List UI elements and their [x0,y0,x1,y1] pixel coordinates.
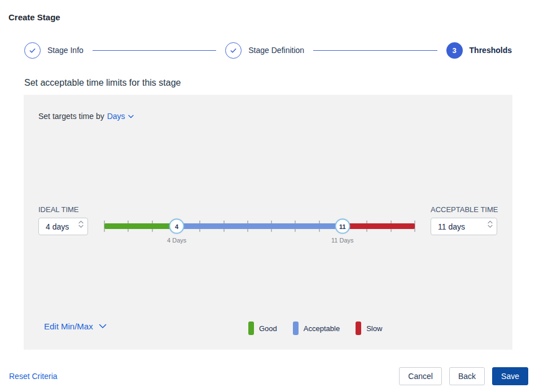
stepper-connector [313,50,437,51]
ideal-time-stepper[interactable] [78,221,84,228]
step-label: Thresholds [470,46,512,55]
time-unit-value: Days [107,112,125,121]
wizard-stepper: Stage Info Stage Definition 3 Thresholds [24,42,512,59]
slider-segment-slow [343,223,415,229]
thresholds-panel: Set targets time by Days IDEAL TIME 4 da… [24,95,512,350]
legend-label: Acceptable [304,324,340,333]
good-swatch [248,321,254,335]
target-time-row: Set targets time by Days [38,112,134,121]
edit-minmax-link[interactable]: Edit Min/Max [44,321,107,331]
acceptable-time-field: ACCEPTABLE TIME 11 days [431,205,498,235]
acceptable-time-value: 11 days [438,222,465,231]
acceptable-time-label: ACCEPTABLE TIME [431,205,498,214]
step-label: Stage Info [47,46,84,55]
slider-handle-ideal[interactable]: 4 [169,219,185,234]
edit-minmax-label: Edit Min/Max [44,321,93,331]
page-title: Create Stage [8,12,60,22]
check-icon [225,42,242,59]
acceptable-time-input[interactable]: 11 days [431,218,497,235]
legend-item-slow: Slow [356,321,382,335]
ideal-time-label: IDEAL TIME [38,205,88,214]
check-icon [24,42,41,59]
step-number-badge: 3 [446,42,463,59]
section-heading: Set acceptable time limits for this stag… [24,78,181,88]
save-button[interactable]: Save [492,367,528,385]
chevron-down-icon [128,114,134,118]
step-label: Stage Definition [248,46,304,55]
chevron-down-icon [99,324,107,329]
stepper-up-icon [78,221,84,224]
slider-track[interactable]: 4 11 4 Days 11 Days [104,223,415,229]
acceptable-time-stepper[interactable] [488,221,493,228]
stepper-down-icon [488,224,493,228]
legend-item-acceptable: Acceptable [293,321,340,335]
target-time-label: Set targets time by [38,112,104,121]
cancel-button[interactable]: Cancel [399,367,442,385]
slider-segment-acceptable [177,223,343,229]
time-unit-dropdown[interactable]: Days [107,112,134,121]
threshold-slider: 4 11 4 Days 11 Days [104,220,415,243]
reset-criteria-link[interactable]: Reset Criteria [9,372,58,381]
legend-item-good: Good [248,321,277,335]
footer-actions: Cancel Back Save [399,367,528,385]
acceptable-swatch [293,321,299,335]
ideal-time-value: 4 days [46,222,69,231]
create-stage-dialog: Create Stage Stage Info Stage Definition… [0,0,535,392]
slider-legend: Good Acceptable Slow [248,321,382,335]
ideal-time-input[interactable]: 4 days [38,218,88,235]
step-stage-definition[interactable]: Stage Definition [225,42,304,59]
step-thresholds[interactable]: 3 Thresholds [446,42,512,59]
legend-label: Good [259,324,277,333]
slider-handle-acceptable-label: 11 Days [331,237,354,244]
legend-label: Slow [366,324,382,333]
slider-handle-ideal-label: 4 Days [167,237,186,244]
ideal-time-field: IDEAL TIME 4 days [38,205,88,235]
stepper-down-icon [78,224,84,228]
slider-handle-acceptable[interactable]: 11 [335,219,350,234]
stepper-up-icon [488,221,493,224]
slider-segment-good [104,223,177,229]
stepper-connector [93,50,216,51]
slow-swatch [356,321,361,335]
step-stage-info[interactable]: Stage Info [24,42,84,59]
back-button[interactable]: Back [449,367,485,385]
